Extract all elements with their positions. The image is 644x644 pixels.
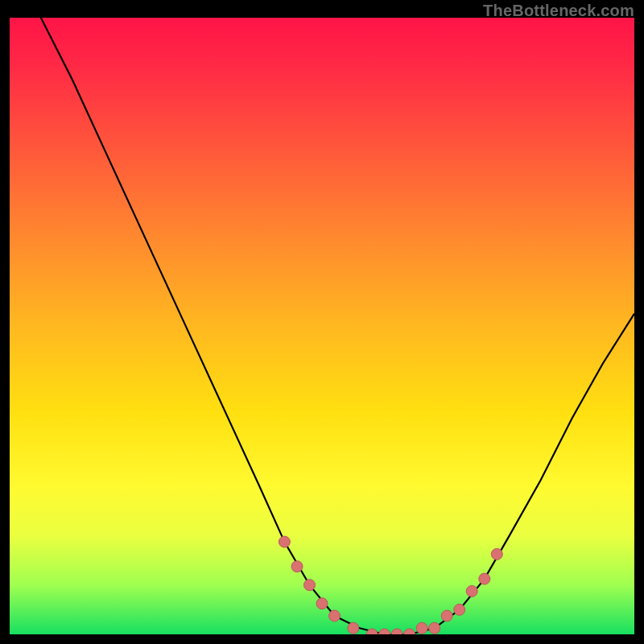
data-marker: [391, 629, 402, 634]
data-marker: [379, 629, 390, 634]
data-marker: [291, 561, 303, 572]
data-marker: [316, 598, 328, 609]
data-marker: [348, 622, 359, 634]
data-marker: [404, 629, 415, 634]
data-marker: [441, 610, 452, 621]
data-marker: [454, 604, 465, 615]
chart-frame: TheBottleneck.com: [0, 0, 644, 644]
data-marker: [491, 548, 502, 559]
data-marker: [466, 585, 477, 597]
data-marker: [479, 573, 490, 584]
bottleneck-curve: [10, 18, 634, 634]
data-marker: [329, 610, 341, 621]
data-marker: [304, 580, 316, 591]
data-marker: [279, 536, 290, 547]
plot-area: [10, 18, 634, 634]
data-marker: [429, 622, 440, 634]
data-marker: [416, 622, 427, 634]
